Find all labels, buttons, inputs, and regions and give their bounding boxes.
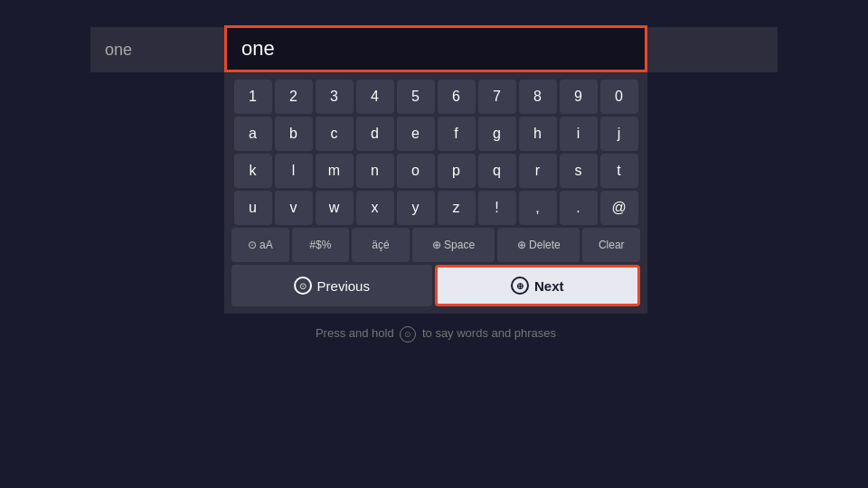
active-input-field[interactable]: one: [224, 25, 647, 72]
key-w[interactable]: w: [316, 191, 354, 225]
key-o[interactable]: o: [397, 154, 435, 188]
key-n[interactable]: n: [356, 154, 394, 188]
key-at[interactable]: @: [600, 191, 638, 225]
previous-button[interactable]: ⊙ Previous: [231, 265, 432, 306]
key-row-1: a b c d e f g h i j: [231, 117, 640, 151]
action-row: ⊙ Previous ⊕ Next: [231, 265, 640, 306]
key-6[interactable]: 6: [438, 80, 476, 114]
key-c[interactable]: c: [316, 117, 354, 151]
key-3[interactable]: 3: [316, 80, 354, 114]
key-row-3: u v w x y z ! , . @: [231, 191, 640, 225]
active-input-value: one: [241, 37, 275, 61]
previous-label: Previous: [317, 278, 370, 294]
key-i[interactable]: i: [560, 117, 598, 151]
key-p[interactable]: p: [438, 154, 476, 188]
key-symbols[interactable]: #$%: [292, 228, 350, 262]
key-r[interactable]: r: [519, 154, 557, 188]
key-u[interactable]: u: [234, 191, 272, 225]
next-button[interactable]: ⊕ Next: [435, 265, 641, 306]
key-8[interactable]: 8: [519, 80, 557, 114]
key-clear[interactable]: Clear: [582, 228, 640, 262]
key-y[interactable]: y: [397, 191, 435, 225]
key-b[interactable]: b: [275, 117, 313, 151]
key-t[interactable]: t: [600, 154, 638, 188]
key-7[interactable]: 7: [478, 80, 516, 114]
key-accents[interactable]: äçé: [352, 228, 410, 262]
key-row-2: k l m n o p q r s t: [231, 154, 640, 188]
key-v[interactable]: v: [275, 191, 313, 225]
key-s[interactable]: s: [560, 154, 598, 188]
next-circle-icon: ⊕: [511, 277, 529, 295]
key-e[interactable]: e: [397, 117, 435, 151]
key-0[interactable]: 0: [600, 80, 638, 114]
key-h[interactable]: h: [519, 117, 557, 151]
key-row-special: ⊙ aA #$% äçé ⊕ Space ⊕ Delete Clear: [231, 228, 640, 262]
key-x[interactable]: x: [356, 191, 394, 225]
key-g[interactable]: g: [478, 117, 516, 151]
key-k[interactable]: k: [234, 154, 272, 188]
key-m[interactable]: m: [316, 154, 354, 188]
keyboard-panel: 1 2 3 4 5 6 7 8 9 0 a b c d e f g h: [224, 72, 647, 314]
key-delete[interactable]: ⊕ Delete: [497, 228, 580, 262]
key-space[interactable]: ⊕ Space: [412, 228, 495, 262]
inactive-input-value: one: [105, 41, 132, 60]
next-label: Next: [534, 278, 564, 294]
key-f[interactable]: f: [438, 117, 476, 151]
key-j[interactable]: j: [600, 117, 638, 151]
hint-icon: ⊙: [400, 326, 416, 343]
key-2[interactable]: 2: [275, 80, 313, 114]
hint-suffix: to say words and phrases: [422, 326, 556, 340]
hint-container: Press and hold ⊙ to say words and phrase…: [224, 326, 647, 343]
key-caps[interactable]: ⊙ aA: [231, 228, 289, 262]
hint-prefix: Press and hold: [316, 326, 394, 340]
key-row-numbers: 1 2 3 4 5 6 7 8 9 0: [231, 80, 640, 114]
keyboard-container: one 1 2 3 4 5 6 7 8 9 0 a b c d: [224, 25, 647, 343]
key-a[interactable]: a: [234, 117, 272, 151]
key-d[interactable]: d: [356, 117, 394, 151]
key-period[interactable]: .: [560, 191, 598, 225]
key-1[interactable]: 1: [234, 80, 272, 114]
key-comma[interactable]: ,: [519, 191, 557, 225]
key-q[interactable]: q: [478, 154, 516, 188]
key-z[interactable]: z: [438, 191, 476, 225]
previous-circle-icon: ⊙: [294, 277, 312, 295]
key-9[interactable]: 9: [560, 80, 598, 114]
key-4[interactable]: 4: [356, 80, 394, 114]
key-l[interactable]: l: [275, 154, 313, 188]
key-exclaim[interactable]: !: [478, 191, 516, 225]
key-5[interactable]: 5: [397, 80, 435, 114]
